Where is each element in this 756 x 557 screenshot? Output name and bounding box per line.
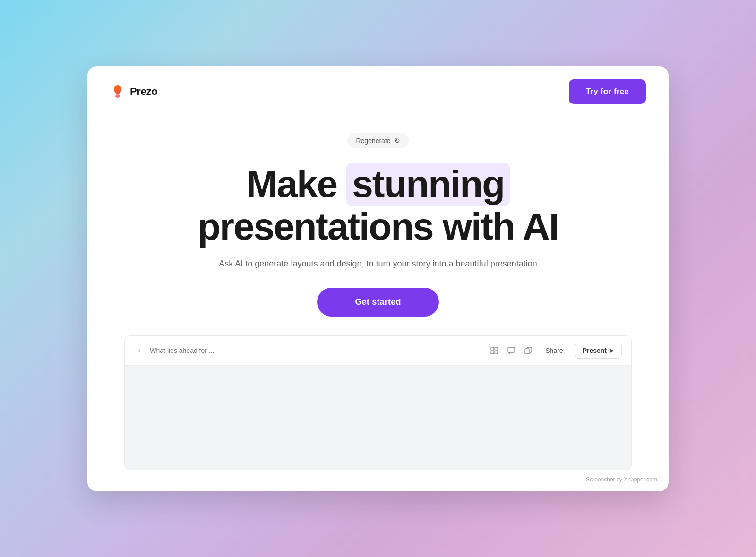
hero-title: Make stunning presentations with AI [198,163,558,248]
regenerate-badge[interactable]: Regenerate ↻ [347,133,408,148]
toolbar-icons [489,345,534,356]
hero-section: Regenerate ↻ Make stunning presentations… [87,117,669,491]
present-label: Present [583,347,607,354]
navbar: Prezo Try for free [87,66,669,117]
toolbar-icon-grid[interactable] [489,345,500,356]
copy-icon [524,347,532,354]
toolbar-icon-comment[interactable] [506,345,517,356]
grid-icon [490,347,498,354]
logo-text: Prezo [130,86,157,98]
regenerate-icon: ↻ [395,137,400,145]
svg-rect-5 [508,347,515,352]
svg-rect-3 [491,351,494,354]
svg-rect-1 [491,347,494,350]
get-started-button[interactable]: Get started [317,288,438,317]
toolbar-back-button[interactable]: ‹ [134,344,144,357]
share-button[interactable]: Share [540,344,568,357]
regenerate-label: Regenerate [356,137,390,145]
hero-title-make: Make [246,163,346,205]
svg-rect-2 [495,347,498,350]
play-icon: ▶ [610,347,614,354]
back-arrow-icon: ‹ [138,346,140,355]
hero-subtitle: Ask AI to generate layouts and design, t… [219,259,537,269]
toolbar-icon-copy[interactable] [523,345,534,356]
main-card: Prezo Try for free Regenerate ↻ Make stu… [87,66,669,491]
preview-toolbar: ‹ [125,336,631,366]
toolbar-search-input[interactable] [150,347,483,354]
watermark: Screenshot by Xnapper.com [586,476,657,483]
logo-area: Prezo [110,84,157,99]
toolbar-right: Share Present ▶ [540,343,622,359]
hero-title-line2: presentations with AI [198,206,558,248]
prezo-logo-icon [110,84,125,99]
present-button[interactable]: Present ▶ [575,343,622,359]
comment-icon [507,347,515,354]
try-free-button[interactable]: Try for free [569,79,646,104]
preview-content [125,366,631,470]
svg-rect-7 [525,349,530,354]
hero-title-stunning: stunning [346,163,510,206]
svg-rect-4 [495,351,498,354]
hero-title-line1: Make stunning [198,163,558,206]
preview-section: ‹ [124,335,632,470]
